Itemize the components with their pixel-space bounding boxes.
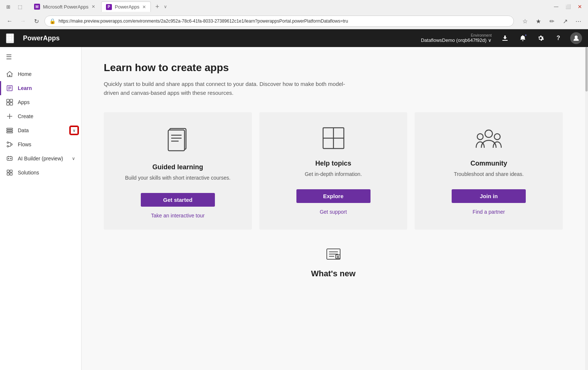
join-in-btn[interactable]: Join in [452, 189, 526, 203]
svg-rect-33 [10, 170, 12, 172]
solutions-icon [6, 169, 13, 176]
maximize-btn[interactable]: ⬜ [563, 1, 573, 12]
browser-titlebar: ⊞ ⬚ M Microsoft PowerApps ✕ P PowerApps … [0, 0, 588, 13]
ai-builder-chevron-icon: ∨ [72, 156, 75, 161]
svg-rect-23 [7, 132, 13, 133]
notification-dot [524, 34, 527, 37]
browser-action-buttons: ☆ ★ ✏ ↗ ⋯ [520, 16, 584, 26]
collections-btn[interactable]: ★ [533, 16, 544, 26]
scrollbar-thumb[interactable] [585, 47, 588, 91]
sidebar-item-ai-builder[interactable]: AI Builder (preview) ∨ [0, 151, 81, 166]
svg-rect-5 [12, 37, 13, 39]
help-icon: ? [557, 35, 560, 41]
sidebar-item-solutions-label: Solutions [18, 170, 39, 176]
refresh-btn[interactable]: ↻ [31, 16, 41, 26]
svg-rect-22 [7, 130, 13, 131]
svg-point-30 [8, 158, 9, 159]
find-partner-link[interactable]: Find a partner [473, 209, 505, 215]
browser-tab-2[interactable]: P PowerApps ✕ [101, 1, 151, 12]
sidebar-item-data-label: Data [18, 127, 29, 133]
data-expand-btn[interactable]: ∨ [70, 126, 78, 134]
sidebar-item-learn[interactable]: Learn [0, 81, 81, 95]
explore-btn[interactable]: Explore [296, 189, 371, 203]
tab1-close[interactable]: ✕ [92, 4, 95, 9]
sidebar-item-home-label: Home [18, 71, 31, 77]
svg-rect-7 [9, 39, 11, 41]
environment-selector[interactable]: Environment DataflowsDemo (orqb647f92d) … [421, 33, 492, 43]
forward-btn[interactable]: → [18, 16, 28, 26]
download-btn[interactable] [499, 32, 511, 44]
whats-new-section: What's new [104, 244, 563, 279]
help-btn[interactable]: ? [552, 32, 564, 44]
sidebar-item-apps[interactable]: Apps [0, 95, 81, 109]
tab2-favicon: P [106, 4, 112, 10]
community-card: Community Troubleshoot and share ideas. … [415, 112, 563, 230]
help-topics-title: Help topics [315, 160, 351, 167]
sidebar-item-data[interactable]: Data ∨ [0, 123, 81, 137]
community-icon [476, 127, 502, 152]
guided-learning-desc: Build your skills with short interactive… [125, 174, 230, 182]
sidebar-item-apps-label: Apps [18, 99, 30, 105]
get-started-btn[interactable]: Get started [141, 193, 215, 207]
page-title: Learn how to create apps [104, 62, 563, 74]
help-topics-desc: Get in-depth information. [305, 170, 362, 178]
annotation-btn[interactable]: ✏ [547, 16, 557, 26]
interactive-tour-link[interactable]: Take an interactive tour [151, 213, 205, 219]
vertical-tabs-btn[interactable]: ⬚ [15, 1, 25, 12]
more-btn[interactable]: ⋯ [573, 16, 584, 26]
sidebar-item-flows[interactable]: Flows [0, 137, 81, 151]
learn-cards-row: Guided learning Build your skills with s… [104, 112, 563, 230]
svg-rect-6 [7, 39, 9, 41]
help-topics-card: Help topics Get in-depth information. Ex… [259, 112, 408, 230]
favorites-btn[interactable]: ☆ [520, 16, 530, 26]
scrollbar-track[interactable] [585, 47, 588, 370]
svg-point-48 [477, 134, 483, 140]
svg-point-47 [485, 130, 492, 137]
svg-point-25 [11, 144, 12, 145]
address-bar[interactable]: 🔒 https://make.preview.powerapps.com/env… [44, 16, 514, 27]
env-name: DataflowsDemo (orqb647f92d) ∨ [421, 37, 492, 43]
flows-icon [6, 141, 13, 148]
close-btn[interactable]: ✕ [575, 1, 585, 12]
page-content: Learn how to create apps Quickly start t… [82, 47, 585, 370]
back-btn[interactable]: ← [4, 16, 15, 26]
sidebar-item-solutions[interactable]: Solutions [0, 166, 81, 180]
svg-rect-3 [7, 37, 9, 39]
tab-group-btn[interactable]: ⊞ [3, 1, 13, 12]
help-topics-icon [322, 127, 345, 152]
svg-rect-15 [7, 99, 9, 102]
tab1-favicon: M [34, 4, 40, 10]
svg-rect-40 [168, 130, 185, 151]
settings-btn[interactable] [535, 32, 547, 44]
whats-new-title: What's new [311, 269, 355, 279]
tab2-close[interactable]: ✕ [142, 4, 146, 10]
guided-learning-card: Guided learning Build your skills with s… [104, 112, 252, 230]
chevron-down-icon: ∨ [73, 128, 76, 133]
svg-rect-32 [7, 170, 9, 172]
browser-chrome: ⊞ ⬚ M Microsoft PowerApps ✕ P PowerApps … [0, 0, 588, 29]
svg-rect-34 [7, 173, 9, 175]
sidebar-hamburger-btn[interactable]: ☰ [0, 47, 81, 67]
sidebar-item-create-label: Create [18, 113, 33, 119]
app-header: PowerApps Environment DataflowsDemo (orq… [0, 29, 588, 47]
lock-icon: 🔒 [49, 18, 56, 24]
avatar[interactable] [570, 32, 582, 44]
share-btn[interactable]: ↗ [560, 16, 570, 26]
new-tab-btn[interactable]: + [152, 3, 162, 11]
browser-navbar: ← → ↻ 🔒 https://make.preview.powerapps.c… [0, 13, 588, 29]
svg-rect-9 [502, 40, 508, 41]
minimize-btn[interactable]: — [551, 1, 561, 12]
svg-point-26 [7, 146, 9, 147]
get-support-link[interactable]: Get support [320, 209, 347, 215]
community-title: Community [471, 160, 507, 167]
waffle-menu-btn[interactable] [6, 33, 14, 43]
sidebar-item-home[interactable]: Home [0, 67, 81, 81]
app-logo: PowerApps [23, 34, 60, 42]
notifications-btn[interactable] [517, 32, 529, 44]
community-desc: Troubleshoot and share ideas. [454, 170, 524, 178]
sidebar-item-create[interactable]: Create [0, 109, 81, 123]
svg-point-31 [10, 158, 11, 159]
tab-dropdown-btn[interactable]: ∨ [164, 4, 167, 9]
browser-tab-1[interactable]: M Microsoft PowerApps ✕ [30, 1, 100, 12]
sidebar-item-flows-label: Flows [18, 141, 31, 147]
